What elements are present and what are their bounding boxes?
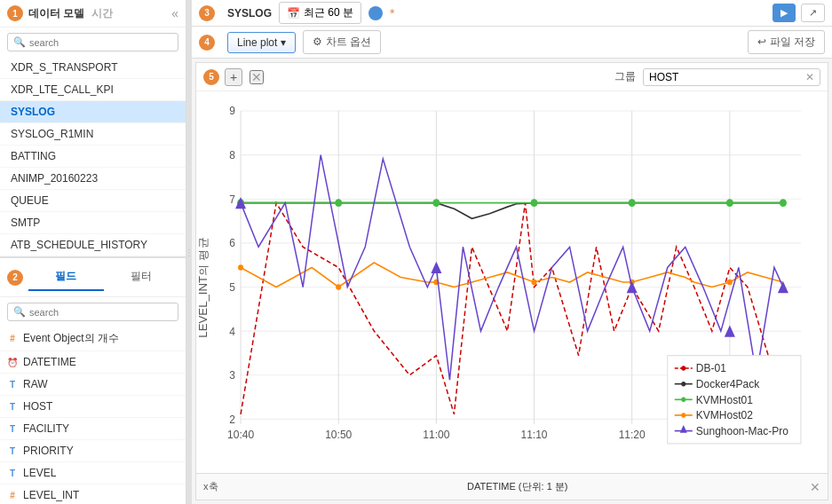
field-type-icon: T	[7, 380, 18, 390]
sunghoon-line	[241, 155, 783, 381]
legend-db01-label: DB-01	[696, 362, 726, 375]
group-input[interactable]	[649, 71, 800, 83]
data-list-item[interactable]: QUEUE	[0, 190, 186, 212]
main-container: 1 데이터 모델 시간 « 🔍 XDR_S_TRANSPORTXDR_LTE_C…	[0, 0, 832, 504]
field-list-item: TFACILITY	[0, 418, 186, 440]
legend-kvmhost02-label: KVMHost02	[696, 409, 753, 422]
field-list-item: TRAW	[0, 374, 186, 396]
field-type-icon: T	[7, 402, 18, 412]
badge-3: 3	[199, 5, 215, 21]
svg-text:11:20: 11:20	[619, 429, 646, 442]
badge-1: 1	[7, 5, 23, 21]
chart-type-select[interactable]: Line plot ▾	[227, 32, 296, 53]
svg-text:11:10: 11:10	[521, 429, 548, 442]
badge-4: 4	[199, 35, 215, 51]
data-list-item[interactable]: SMTP	[0, 212, 186, 234]
legend-kvmhost01-label: KVMHost01	[696, 393, 753, 406]
section1-search-box: 🔍	[7, 33, 178, 51]
svg-point-44	[532, 280, 537, 286]
add-chart-button[interactable]: +	[225, 68, 242, 86]
chevron-down-icon: ▾	[281, 36, 286, 49]
field-tabs: 필드 필터	[28, 264, 178, 291]
field-name-label: HOST	[23, 400, 52, 413]
svg-text:8: 8	[229, 149, 235, 162]
section1-title2: 시간	[91, 6, 113, 21]
svg-point-38	[629, 199, 636, 207]
section2: 2 필드 필터 🔍 #Event Object의 개수⏰DATETIMETRAW…	[0, 258, 186, 504]
svg-text:4: 4	[229, 325, 235, 338]
x-axis-close-icon[interactable]: ✕	[810, 480, 820, 494]
svg-point-35	[335, 199, 342, 207]
time-range-button[interactable]: 📅 최근 60 분	[279, 2, 361, 24]
badge-5: 5	[203, 69, 219, 85]
collapse-button[interactable]: «	[171, 6, 178, 20]
line-chart-svg: LEVEL_INT의 평균 9 8 7 6 5 4	[196, 91, 828, 473]
data-list-item[interactable]: ATB_SCHEDULE_HISTORY	[0, 234, 186, 256]
section2-header: 2 필드 필터	[0, 258, 186, 297]
left-panel: 1 데이터 모델 시간 « 🔍 XDR_S_TRANSPORTXDR_LTE_C…	[0, 0, 186, 504]
tab-filter[interactable]: 필터	[104, 264, 179, 291]
docker4pack-line	[241, 203, 783, 219]
group-close-icon[interactable]: ✕	[805, 71, 814, 83]
data-model-list: XDR_S_TRANSPORTXDR_LTE_CALL_KPISYSLOGSYS…	[0, 57, 186, 256]
remove-chart-button[interactable]: ✕	[250, 70, 264, 84]
export-button[interactable]: ↗	[801, 4, 825, 22]
chart-top: 5 + ✕ 그룹 ✕	[196, 63, 828, 91]
syslog-tab-name: SYSLOG	[227, 7, 272, 20]
field-name-label: RAW	[23, 378, 48, 390]
field-name-label: FACILITY	[23, 422, 69, 435]
chart-area: 5 + ✕ 그룹 ✕ LEVEL_INT의 평균	[195, 62, 828, 500]
calendar-icon: 📅	[287, 7, 300, 20]
modified-indicator: *	[390, 6, 394, 20]
svg-point-50	[681, 413, 685, 418]
data-list-item[interactable]: XDR_LTE_CALL_KPI	[0, 79, 186, 101]
svg-text:2: 2	[229, 413, 235, 426]
svg-text:10:50: 10:50	[325, 429, 352, 442]
search-icon-2: 🔍	[13, 306, 26, 318]
svg-text:11:00: 11:00	[423, 429, 449, 442]
svg-text:5: 5	[229, 280, 235, 294]
save-file-button[interactable]: ↩ 파일 저장	[748, 30, 825, 54]
section1-title1: 데이터 모델	[28, 6, 84, 21]
y-axis-label: LEVEL_INT의 평균	[198, 236, 210, 337]
play-button[interactable]: ▶	[773, 4, 796, 22]
top-bar: 3 SYSLOG 📅 최근 60 분 * ▶ ↗	[192, 0, 832, 27]
field-type-icon: T	[7, 469, 18, 478]
field-name-label: DATETIME	[23, 356, 76, 368]
field-type-icon: #	[7, 491, 18, 500]
section2-search-box: 🔍	[7, 303, 178, 321]
group-input-wrap: ✕	[643, 68, 820, 86]
dot-button[interactable]	[368, 6, 383, 20]
svg-point-48	[681, 382, 685, 387]
svg-point-39	[726, 199, 733, 207]
data-list-item[interactable]: BATTING	[0, 146, 186, 168]
data-list-item[interactable]: XDR_S_TRANSPORT	[0, 57, 186, 79]
field-list-item: #LEVEL_INT	[0, 484, 186, 504]
legend-sunghoon-label: Sunghoon-Mac-Pro	[696, 424, 788, 437]
field-list-item: #Event Object의 개수	[0, 327, 186, 351]
section1-search-input[interactable]	[29, 37, 172, 48]
right-panel: 3 SYSLOG 📅 최근 60 분 * ▶ ↗ 4 Line plot ▾ ⚙…	[192, 0, 832, 504]
section1: 1 데이터 모델 시간 « 🔍 XDR_S_TRANSPORTXDR_LTE_C…	[0, 0, 186, 258]
svg-point-40	[780, 199, 787, 207]
section2-search-input[interactable]	[29, 307, 172, 318]
svg-point-46	[727, 280, 733, 286]
field-list-item: THOST	[0, 396, 186, 418]
field-name-label: Event Object의 개수	[23, 331, 119, 346]
svg-point-41	[238, 264, 243, 271]
svg-text:7: 7	[229, 193, 235, 206]
data-list-item[interactable]: SYSLOG_R1MIN	[0, 123, 186, 146]
chart-bar: 4 Line plot ▾ ⚙ 차트 옵션 ↩ 파일 저장	[192, 27, 832, 59]
data-list-item[interactable]: SYSLOG	[0, 101, 186, 123]
field-list: #Event Object의 개수⏰DATETIMETRAWTHOSTTFACI…	[0, 327, 186, 504]
svg-point-49	[681, 398, 685, 403]
field-type-icon: T	[7, 446, 18, 456]
sunghoon-marker-2	[431, 262, 441, 273]
top-bar-right: ▶ ↗	[773, 4, 825, 22]
chart-options-button[interactable]: ⚙ 차트 옵션	[303, 30, 381, 54]
section1-header: 1 데이터 모델 시간 «	[0, 0, 186, 28]
tab-field[interactable]: 필드	[28, 264, 104, 291]
data-list-item[interactable]: ANIMP_20160223	[0, 168, 186, 190]
chart-type-label: Line plot	[237, 36, 277, 49]
badge-2: 2	[7, 270, 23, 286]
